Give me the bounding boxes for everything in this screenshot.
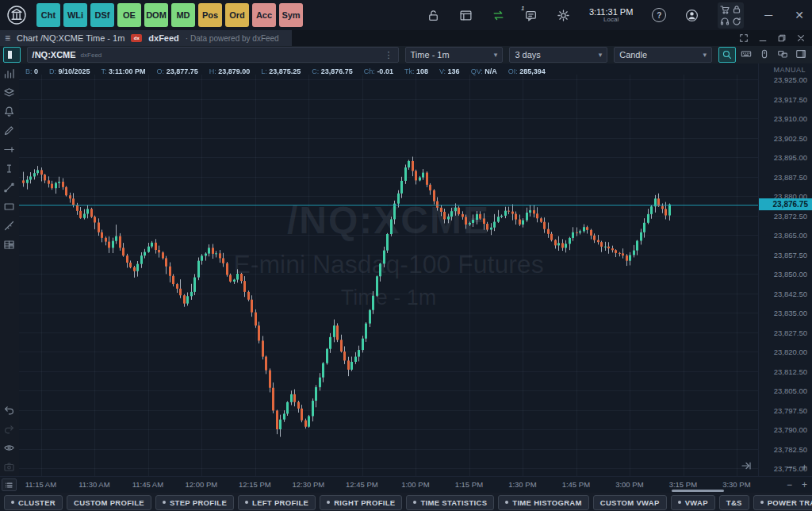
price-axis-label: 23,910.00	[774, 114, 807, 123]
price-chart-canvas[interactable]	[19, 63, 758, 476]
price-axis-label: 23,797.50	[774, 406, 807, 415]
launcher-button-dom[interactable]: DOM	[144, 3, 168, 27]
window-menu-icon[interactable]: ≡	[5, 33, 10, 44]
app-logo-icon[interactable]	[6, 5, 27, 25]
restore-window-icon[interactable]	[777, 33, 787, 43]
price-axis-label: 23,827.50	[774, 328, 807, 337]
indicator-button-time-statistics[interactable]: TIME STATISTICS	[406, 495, 494, 510]
app-bar: ChtWLiDSfOEDOMMDPosOrdAccSym 1 3:11:31 P…	[0, 0, 812, 30]
launcher-button-dsf[interactable]: DSf	[90, 3, 114, 27]
alerts-bell-icon[interactable]	[3, 106, 15, 117]
clock-time: 3:11:31 PM	[589, 7, 633, 17]
price-axis-label: 23,782.50	[774, 445, 807, 454]
indicator-button-custom-vwap[interactable]: CUSTOM VWAP	[593, 495, 667, 510]
minimize-app-icon[interactable]: ─	[763, 9, 774, 21]
time-zoom-out-button[interactable]: −	[787, 479, 792, 490]
panel-select-icon[interactable]	[3, 47, 21, 63]
settings-gear-icon[interactable]	[557, 9, 570, 22]
minimize-window-icon[interactable]	[758, 33, 768, 43]
candlestick-chart[interactable]: /NQ:XCME E-mini Nasdaq-100 Futures Time …	[19, 63, 758, 476]
horizontal-line-tool-icon[interactable]	[3, 144, 15, 156]
quote-field-tk: Tk: 108	[404, 66, 428, 75]
indicator-button-right-profile[interactable]: RIGHT PROFILE	[320, 495, 402, 510]
snapshot-camera-icon[interactable]	[3, 461, 15, 473]
launcher-button-oe[interactable]: OE	[117, 3, 141, 27]
marker-pencil-icon[interactable]	[3, 125, 15, 136]
timeframe-dropdown[interactable]: Time - 1m ▾	[405, 47, 504, 63]
rectangle-tool-icon[interactable]	[3, 201, 15, 213]
reload-icon[interactable]	[732, 17, 741, 26]
mouse-icon[interactable]	[756, 47, 772, 61]
price-zoom-out-button[interactable]: −	[787, 462, 792, 473]
price-axis-label: 23,850.00	[774, 270, 807, 279]
indicator-dot	[760, 501, 764, 504]
cart-icon[interactable]	[720, 5, 730, 14]
price-axis-label: 23,790.00	[774, 425, 807, 434]
axis-mode-label: MANUAL	[773, 66, 806, 74]
price-zoom-in-button[interactable]: +	[802, 462, 807, 473]
indicator-button-t-s[interactable]: T&S	[719, 495, 749, 510]
chart-toolbar: /NQ:XCME dxFeed ⋮ Time - 1m ▾ 3 days ▾ C…	[0, 46, 812, 63]
legend-list-icon[interactable]	[2, 478, 17, 491]
symbol-label: /NQ:XCME	[33, 50, 76, 60]
quote-field-d: D: 9/10/2025	[49, 66, 90, 75]
close-window-icon[interactable]	[796, 33, 806, 43]
indicator-button-vwap[interactable]: VWAP	[671, 495, 715, 510]
indicator-button-time-histogram[interactable]: TIME HISTOGRAM	[498, 495, 588, 510]
launcher-button-ord[interactable]: Ord	[225, 3, 249, 27]
horizontal-scrollbar-thumb[interactable]	[672, 490, 724, 492]
headset-icon[interactable]	[720, 17, 730, 26]
indicators-icon[interactable]	[3, 67, 15, 79]
workspace-window-icon[interactable]	[459, 9, 473, 22]
symbol-menu-icon[interactable]: ⋮	[385, 50, 393, 60]
time-axis-label: 12:30 PM	[293, 480, 325, 489]
indicator-button-left-profile[interactable]: LEFT PROFILE	[238, 495, 316, 510]
quote-field-c: C: 23,876.75	[312, 66, 353, 75]
vertical-line-tool-icon[interactable]	[3, 163, 15, 175]
launcher-button-wli[interactable]: WLi	[63, 3, 87, 27]
chart-style-dropdown[interactable]: Candle ▾	[614, 47, 712, 63]
indicator-button-cluster[interactable]: CLUSTER	[4, 495, 63, 510]
time-axis-label: 12:00 PM	[186, 480, 218, 489]
time-zoom-in-button[interactable]: +	[802, 479, 807, 490]
ruler-tool-icon[interactable]	[3, 220, 15, 232]
help-icon[interactable]: ?	[652, 8, 666, 22]
magnifier-icon[interactable]	[718, 47, 736, 63]
redo-icon[interactable]	[3, 423, 15, 435]
launcher-button-pos[interactable]: Pos	[198, 3, 222, 27]
indicator-button-custom-profile[interactable]: CUSTOM PROFILE	[67, 495, 151, 510]
chart-window-tab[interactable]: ≡ Chart /NQ:XCME Time - 1m dx dxFeed · D…	[0, 30, 292, 46]
lock-icon[interactable]	[732, 5, 741, 14]
trend-line-tool-icon[interactable]	[3, 182, 15, 194]
account-user-icon[interactable]	[685, 9, 699, 22]
time-axis[interactable]: 11:15 AM11:30 AM11:45 AM12:00 PM12:15 PM…	[0, 476, 812, 493]
history-depth-dropdown[interactable]: 3 days ▾	[509, 47, 607, 63]
cluster-grid-icon[interactable]	[3, 239, 15, 251]
price-axis-label: 23,925.00	[774, 75, 807, 84]
chat-icon[interactable]: 1	[524, 9, 538, 22]
price-axis[interactable]: MANUAL 23,925.0023,917.5023,910.0023,902…	[758, 63, 812, 476]
time-axis-label: 1:30 PM	[508, 480, 536, 489]
launcher-button-sym[interactable]: Sym	[279, 3, 303, 27]
layers-icon[interactable]	[3, 86, 15, 98]
indicator-button-step-profile[interactable]: STEP PROFILE	[155, 495, 234, 510]
visibility-eye-icon[interactable]	[3, 442, 15, 454]
symbol-selector[interactable]: /NQ:XCME dxFeed ⋮	[27, 47, 399, 63]
indicator-dot	[245, 501, 248, 504]
drawing-tools-sidebar	[0, 63, 19, 476]
right-panel-icon[interactable]	[793, 47, 809, 61]
keyboard-icon[interactable]	[738, 47, 754, 61]
link-windows-icon[interactable]	[775, 47, 791, 61]
undo-icon[interactable]	[3, 404, 15, 416]
launcher-button-md[interactable]: MD	[171, 3, 195, 27]
jump-to-latest-icon[interactable]	[741, 460, 752, 471]
indicator-button-power-trades[interactable]: POWER TRADES	[753, 495, 812, 510]
chat-badge: 1	[521, 5, 524, 12]
launcher-button-cht[interactable]: Cht	[36, 3, 60, 27]
lock-open-icon[interactable]	[427, 9, 440, 22]
launcher-button-acc[interactable]: Acc	[252, 3, 276, 27]
close-app-icon[interactable]: ✕	[793, 9, 806, 21]
time-axis-label: 3:30 PM	[722, 480, 750, 489]
fullscreen-icon[interactable]	[739, 33, 749, 43]
sync-arrows-icon[interactable]	[492, 9, 505, 22]
